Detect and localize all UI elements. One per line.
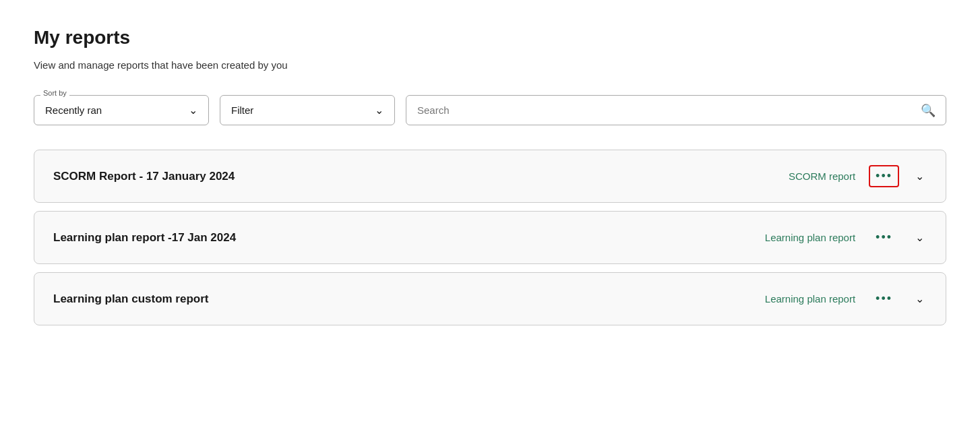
- report-name-learning-plan-report-1: Learning plan report -17 Jan 2024: [53, 231, 236, 245]
- more-menu-button-learning-plan-custom[interactable]: •••: [869, 288, 899, 310]
- page-subtitle: View and manage reports that have been c…: [34, 59, 946, 71]
- filter-wrapper: Filter ⌄: [220, 95, 395, 125]
- more-menu-button-learning-plan-report-1[interactable]: •••: [869, 226, 899, 249]
- search-wrapper: 🔍: [406, 95, 946, 125]
- more-menu-button-scorm-report[interactable]: •••: [869, 165, 899, 187]
- report-right-scorm-report: SCORM report•••⌄: [789, 165, 927, 187]
- report-name-scorm-report: SCORM Report - 17 January 2024: [53, 170, 235, 183]
- report-type-scorm-report: SCORM report: [789, 170, 855, 182]
- report-right-learning-plan-report-1: Learning plan report•••⌄: [765, 226, 927, 249]
- expand-button-scorm-report[interactable]: ⌄: [913, 167, 927, 185]
- report-row: SCORM Report - 17 January 2024SCORM repo…: [34, 150, 946, 203]
- filter-label: Filter: [231, 104, 253, 116]
- filter-dropdown[interactable]: Filter ⌄: [220, 95, 395, 125]
- sort-chevron-icon: ⌄: [189, 104, 197, 117]
- report-row: Learning plan custom reportLearning plan…: [34, 272, 946, 325]
- report-type-learning-plan-custom: Learning plan report: [765, 293, 855, 305]
- sort-by-dropdown[interactable]: Recently ran ⌄: [34, 95, 209, 125]
- report-right-learning-plan-custom: Learning plan report•••⌄: [765, 288, 927, 310]
- reports-list: SCORM Report - 17 January 2024SCORM repo…: [34, 150, 946, 325]
- sort-by-label: Sort by: [40, 89, 69, 97]
- search-icon: 🔍: [921, 103, 936, 118]
- expand-button-learning-plan-report-1[interactable]: ⌄: [913, 228, 927, 247]
- search-input[interactable]: [406, 95, 946, 125]
- report-type-learning-plan-report-1: Learning plan report: [765, 232, 855, 243]
- report-name-learning-plan-custom: Learning plan custom report: [53, 292, 208, 306]
- filter-chevron-icon: ⌄: [375, 104, 384, 117]
- sort-by-value: Recently ran: [45, 104, 102, 116]
- report-row: Learning plan report -17 Jan 2024Learnin…: [34, 211, 946, 264]
- page-title: My reports: [34, 27, 946, 49]
- sort-by-wrapper: Sort by Recently ran ⌄: [34, 95, 209, 125]
- expand-button-learning-plan-custom[interactable]: ⌄: [913, 290, 927, 308]
- controls-row: Sort by Recently ran ⌄ Filter ⌄ 🔍: [34, 95, 946, 125]
